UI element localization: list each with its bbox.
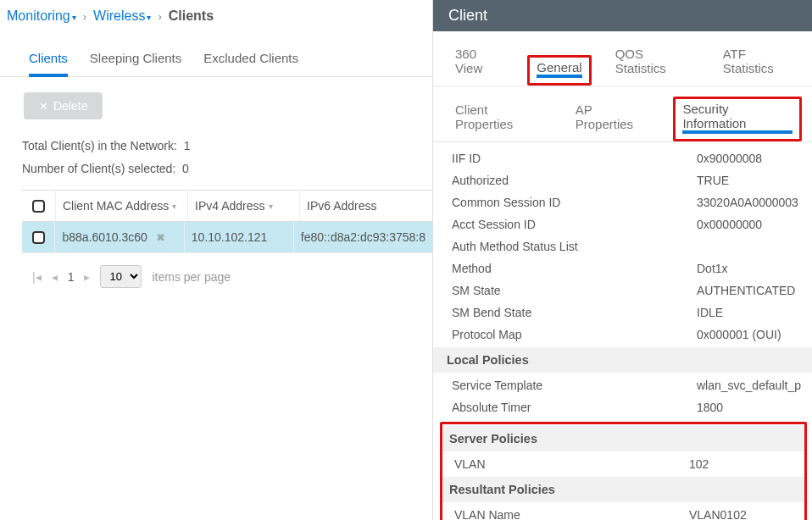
kv-val: 0x000001 (OUI) — [697, 328, 804, 341]
kv-key: Protocol Map — [452, 328, 697, 341]
pager-prev-icon[interactable]: ◂ — [52, 270, 58, 284]
kv-key: Authorized — [452, 174, 697, 187]
tab-client-properties[interactable]: Client Properties — [448, 99, 553, 141]
row-checkbox-cell[interactable] — [22, 222, 55, 252]
chevron-down-icon: ▾ — [172, 202, 176, 211]
tab-atf-statistics[interactable]: ATF Statistics — [716, 43, 802, 86]
section-local-policies: Local Policies — [433, 347, 812, 373]
kv-row: VLAN102 — [442, 453, 804, 475]
tab-ap-properties[interactable]: AP Properties — [569, 99, 659, 141]
tab-clients[interactable]: Clients — [29, 51, 68, 77]
tab-sleeping-clients[interactable]: Sleeping Clients — [90, 51, 181, 76]
selected-clients-value: 0 — [182, 162, 189, 175]
selected-clients-label: Number of Client(s) selected: — [22, 162, 175, 175]
crumb-monitoring[interactable]: Monitoring — [7, 8, 76, 24]
kv-row: Protocol Map0x000001 (OUI) — [433, 324, 812, 346]
kv-key: VLAN — [454, 457, 689, 471]
col-ipv6[interactable]: IPv6 Address — [300, 191, 432, 221]
cell-ipv6: fe80::d8a2:dc93:3758:8 — [294, 222, 432, 252]
chevron-right-icon: › — [158, 10, 161, 23]
right-panel: Client 360 View General QOS Statistics A… — [432, 0, 812, 520]
kv-val: AUTHENTICATED — [697, 284, 804, 297]
left-pane: Monitoring › Wireless › Clients Clients … — [0, 0, 432, 520]
kv-key: SM State — [452, 284, 697, 297]
total-clients-label: Total Client(s) in the Network: — [22, 139, 177, 152]
pager-first-icon[interactable]: |◂ — [32, 270, 42, 284]
col-mac-label: Client MAC Address — [63, 199, 169, 213]
kv-val: TRUE — [697, 174, 804, 187]
panel-title: Client — [433, 0, 812, 31]
checkbox-icon — [32, 231, 45, 244]
kv-val: 1800 — [697, 401, 804, 414]
clients-table: Client MAC Address▾ IPv4 Address▾ IPv6 A… — [22, 190, 432, 253]
table-row[interactable]: b88a.6010.3c60✖ 10.10.102.121 fe80::d8a2… — [22, 222, 432, 253]
kv-key: Method — [452, 262, 697, 275]
stats-block: Total Client(s) in the Network: 1 Number… — [0, 135, 432, 190]
col-ipv4-label: IPv4 Address — [195, 199, 265, 213]
kv-row: AuthorizedTRUE — [433, 169, 812, 191]
kv-val: 0x90000008 — [697, 152, 804, 165]
panel-tabs-secondary: Client Properties AP Properties Security… — [433, 86, 812, 142]
col-ipv4[interactable]: IPv4 Address▾ — [188, 191, 300, 221]
kv-key: Auth Method Status List — [452, 240, 697, 253]
col-mac[interactable]: Client MAC Address▾ — [56, 191, 188, 221]
kv-key: Acct Session ID — [452, 218, 697, 231]
kv-row: IIF ID0x90000008 — [433, 147, 812, 169]
section-resultant-policies: Resultant Policies — [442, 477, 804, 502]
crumb-current: Clients — [169, 8, 214, 24]
chevron-down-icon: ▾ — [269, 202, 273, 211]
kv-row: Absolute Timer1800 — [433, 396, 812, 418]
kv-row: VLAN NameVLAN0102 — [442, 504, 804, 520]
checkbox-icon — [32, 200, 45, 213]
kv-row: SM Bend StateIDLE — [433, 301, 812, 324]
tab-row: Clients Sleeping Clients Excluded Client… — [0, 37, 432, 77]
kv-row: Acct Session ID0x00000000 — [433, 213, 812, 235]
kv-row: Auth Method Status List — [433, 235, 812, 257]
panel-tabs-primary: 360 View General QOS Statistics ATF Stat… — [433, 31, 812, 86]
pager-next-icon[interactable]: ▸ — [84, 270, 90, 284]
kv-val: 102 — [689, 457, 796, 471]
tab-security-information[interactable]: Security Information — [673, 97, 802, 141]
section-server-policies: Server Policies — [442, 426, 804, 451]
kv-key: SM Bend State — [452, 306, 697, 319]
delete-button[interactable]: ✕ Delete — [24, 92, 103, 119]
kv-key: IIF ID — [452, 152, 697, 165]
breadcrumb: Monitoring › Wireless › Clients — [0, 0, 432, 30]
mac-value: b88a.6010.3c60 — [62, 230, 147, 244]
close-icon: ✕ — [39, 100, 48, 113]
crumb-wireless[interactable]: Wireless — [93, 8, 151, 24]
tab-360-view[interactable]: 360 View — [448, 43, 510, 86]
kv-key: VLAN Name — [454, 508, 689, 520]
kv-val: wlan_svc_default_p — [697, 379, 804, 392]
kv-val: 0x00000000 — [697, 218, 804, 231]
pager: |◂ ◂ 1 ▸ 10 items per page — [0, 253, 432, 288]
highlighted-policies-group: Server Policies VLAN102 Resultant Polici… — [440, 422, 807, 520]
security-kv-list: IIF ID0x90000008 AuthorizedTRUE Common S… — [433, 142, 812, 520]
cell-ipv4: 10.10.102.121 — [185, 222, 294, 252]
kv-key: Absolute Timer — [452, 401, 697, 414]
cell-mac: b88a.6010.3c60✖ — [55, 222, 184, 252]
chevron-right-icon: › — [83, 10, 86, 23]
kv-val: IDLE — [697, 306, 804, 319]
kv-val — [697, 240, 804, 253]
per-page-select[interactable]: 10 — [100, 265, 142, 288]
kv-key: Service Template — [452, 379, 697, 392]
kv-row: SM StateAUTHENTICATED — [433, 279, 812, 301]
total-clients-value: 1 — [184, 139, 191, 152]
kv-val: 33020A0A0000003 — [697, 196, 804, 209]
tab-excluded-clients[interactable]: Excluded Clients — [203, 51, 298, 76]
kv-val: Dot1x — [697, 262, 804, 275]
pager-page: 1 — [68, 270, 75, 284]
items-per-page-label: items per page — [152, 270, 231, 284]
select-all-cell[interactable] — [22, 191, 56, 221]
toolbar: ✕ Delete — [0, 77, 432, 135]
delete-label: Delete — [53, 99, 87, 113]
wrench-icon[interactable]: ✖ — [156, 231, 165, 244]
table-header-row: Client MAC Address▾ IPv4 Address▾ IPv6 A… — [22, 191, 432, 222]
kv-row: Common Session ID33020A0A0000003 — [433, 191, 812, 213]
tab-general[interactable]: General — [527, 55, 591, 86]
tab-qos-statistics[interactable]: QOS Statistics — [609, 43, 699, 86]
kv-row: Service Templatewlan_svc_default_p — [433, 374, 812, 396]
col-ipv6-label: IPv6 Address — [307, 199, 377, 213]
kv-val: VLAN0102 — [689, 508, 796, 520]
